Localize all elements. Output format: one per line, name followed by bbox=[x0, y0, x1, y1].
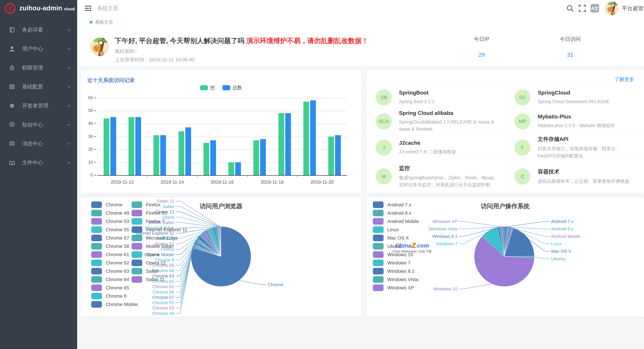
gridline bbox=[97, 123, 347, 124]
legend-swatch bbox=[132, 251, 142, 258]
feature-card-SpringBoot: SBSpringBootSpring Boot 2.1.2 bbox=[366, 88, 505, 107]
feature-title: SpringCloud bbox=[538, 90, 610, 96]
language-icon[interactable]: A文 bbox=[590, 4, 599, 12]
legend-label: Android 8.x bbox=[387, 210, 411, 216]
chinaz-watermark: ChinaZ.com China Webmaster | 站长下载 bbox=[390, 241, 434, 254]
gridline bbox=[97, 111, 347, 111]
y-axis-tick: 30 bbox=[81, 134, 93, 139]
legend-label: Mobile Safari bbox=[146, 244, 174, 249]
legend-swatch bbox=[373, 276, 384, 283]
legend-item-Mac OS X[interactable]: Mac OS X bbox=[373, 235, 409, 241]
feature-card-SpringCloud: SCSpringCloudSpring Cloud Greenwich.RELE… bbox=[505, 88, 644, 107]
legend-item-Chrome 49[interactable]: Chrome 49 bbox=[91, 210, 129, 216]
legend-item-Chrome 55[interactable]: Chrome 55 bbox=[91, 226, 129, 233]
logo-icon: Z bbox=[5, 3, 16, 14]
legend-item-Linux[interactable]: Linux bbox=[373, 226, 399, 233]
legend-item-Windows Vista[interactable]: Windows Vista bbox=[373, 276, 418, 283]
lock-icon bbox=[9, 64, 15, 71]
legend-item-Safari[interactable]: Safari bbox=[132, 268, 158, 275]
x-axis-label: 2019-11-20 bbox=[297, 180, 348, 185]
user-avatar[interactable] bbox=[605, 1, 619, 15]
legend-item-Chrome 65[interactable]: Chrome 65 bbox=[91, 285, 129, 291]
legend-item-Chrome 57[interactable]: Chrome 57 bbox=[91, 235, 129, 241]
sidebar-item-label: 开发者管理 bbox=[22, 102, 67, 109]
legend-item-Chrome 61[interactable]: Chrome 61 bbox=[91, 251, 129, 258]
legend-item-Firefox 7[interactable]: Firefox 7 bbox=[132, 218, 164, 225]
user-name[interactable]: 平台超管 bbox=[622, 5, 644, 12]
collapse-menu-icon[interactable] bbox=[84, 4, 92, 12]
legend-swatch bbox=[373, 260, 384, 266]
legend-item-Internet Explorer 11[interactable]: Internet Explorer 11 bbox=[132, 226, 187, 233]
app-logo[interactable]: Z zuihou-admin cloud bbox=[0, 0, 77, 16]
legend-item-Windows 8.1[interactable]: Windows 8.1 bbox=[373, 268, 414, 275]
stat-total-visits: 总访问量621 bbox=[633, 35, 644, 58]
chevron-down-icon bbox=[67, 141, 72, 146]
feature-card-Spring Cloud alibaba: SCASpring Cloud alibabaSpringCloudAlibab… bbox=[366, 107, 505, 135]
sidebar-item-label: 用户中心 bbox=[22, 45, 67, 52]
legend-item-Chrome 62[interactable]: Chrome 62 bbox=[91, 260, 129, 266]
y-tick-mark bbox=[94, 123, 96, 124]
legend-label: Chrome 53 bbox=[106, 219, 129, 224]
bar-chart: 01020304050602019-11-122019-11-142019-11… bbox=[80, 71, 362, 193]
y-tick-mark bbox=[94, 175, 96, 176]
legend-item-Chrome 8[interactable]: Chrome 8 bbox=[91, 293, 126, 299]
os-pie-title: 访问用户操作系统 bbox=[366, 202, 644, 210]
feature-card-容器技术: C容器技术虚拟化容器技术，让迁移、部署更加方便快捷 bbox=[505, 160, 644, 193]
legend-item-Safari 11[interactable]: Safari 11 bbox=[132, 276, 165, 283]
legend-label: Chrome 49 bbox=[106, 210, 129, 216]
legend-label: Firefox 51 bbox=[146, 210, 167, 216]
sidebar-item-7[interactable]: 消息中心 bbox=[0, 134, 77, 153]
legend-item-Microsoft Edge[interactable]: Microsoft Edge bbox=[132, 235, 178, 241]
legend-item-Chrome 53[interactable]: Chrome 53 bbox=[91, 218, 129, 225]
legend-item-Android 8.x[interactable]: Android 8.x bbox=[373, 210, 411, 216]
legend-item-Windows 7[interactable]: Windows 7 bbox=[373, 260, 410, 266]
legend-swatch bbox=[91, 285, 102, 291]
sidebar-item-1[interactable]: 务必详看 bbox=[0, 20, 77, 39]
bar-总数-2019-11-12 bbox=[110, 117, 116, 175]
learn-more-link[interactable]: 了解更多 bbox=[614, 76, 634, 83]
sidebar-item-label: 消息中心 bbox=[22, 140, 67, 147]
tab-system-home[interactable]: 系统主页 bbox=[82, 16, 121, 28]
sidebar-item-6[interactable]: 短信中心 bbox=[0, 115, 77, 134]
sidebar-item-3[interactable]: 权限管理 bbox=[0, 58, 77, 77]
bar-总数-2019-11-15 bbox=[185, 127, 191, 175]
sidebar-item-8[interactable]: 文件中心 bbox=[0, 153, 77, 172]
legend-label: Windows XP bbox=[387, 285, 414, 291]
legend-label: Chrome 55 bbox=[106, 227, 129, 232]
search-icon[interactable] bbox=[566, 4, 575, 13]
logo-letter: Z bbox=[6, 4, 14, 12]
sidebar-item-2[interactable]: 用户中心 bbox=[0, 39, 77, 58]
feature-card-J2cache: JJ2cacheJ2cache2.7.8: 二级缓存框架 bbox=[366, 135, 505, 160]
sidebar-item-4[interactable]: 基础配置 bbox=[0, 77, 77, 96]
legend-item-Windows XP[interactable]: Windows XP bbox=[373, 285, 414, 291]
legend-item-Firefox 51[interactable]: Firefox 51 bbox=[132, 210, 167, 216]
legend-swatch bbox=[91, 243, 102, 250]
legend-item-Chrome 64[interactable]: Chrome 64 bbox=[91, 276, 129, 283]
legend-item-Chrome 63[interactable]: Chrome 63 bbox=[91, 268, 129, 275]
feature-avatar: J bbox=[376, 140, 392, 156]
feature-title: Mybatis-Plus bbox=[538, 113, 615, 120]
legend-label: Android Mobile bbox=[387, 219, 419, 224]
legend-item-Android Mobile[interactable]: Android Mobile bbox=[373, 218, 419, 225]
legend-item-Chrome 58[interactable]: Chrome 58 bbox=[91, 243, 129, 250]
fullscreen-icon[interactable] bbox=[578, 4, 587, 13]
brand-suffix: cloud bbox=[64, 5, 75, 11]
legend-item-Opera 12[interactable]: Opera 12 bbox=[132, 260, 166, 266]
legend-swatch bbox=[132, 226, 142, 233]
browser-pie-title: 访问用户浏览器 bbox=[80, 202, 362, 210]
feature-panel: 了解更多 SBSpringBootSpring Boot 2.1.2SCSpri… bbox=[366, 71, 644, 193]
legend-label: Windows 7 bbox=[387, 260, 410, 266]
feature-card-监控: M监控集成SpringBootAdmin、Zipkin、Redis、Mysql、… bbox=[366, 160, 505, 193]
y-tick-mark bbox=[94, 97, 96, 98]
pie-label: Windows 8.1 bbox=[432, 234, 458, 239]
legend-item-Chrome Mobile[interactable]: Chrome Mobile bbox=[91, 301, 138, 308]
legend-label: Chrome 8 bbox=[106, 294, 126, 299]
legend-item-Opera[interactable]: Opera bbox=[132, 251, 159, 258]
legend-label: Mac OS X bbox=[387, 235, 409, 241]
x-axis-label: 2019-11-18 bbox=[247, 180, 298, 185]
legend-item-Mobile Safari[interactable]: Mobile Safari bbox=[132, 243, 174, 250]
legend-swatch bbox=[91, 235, 102, 241]
y-axis-tick: 0 bbox=[81, 173, 93, 178]
sidebar-item-5[interactable]: 开发者管理 bbox=[0, 96, 77, 115]
y-tick-mark bbox=[94, 162, 96, 163]
